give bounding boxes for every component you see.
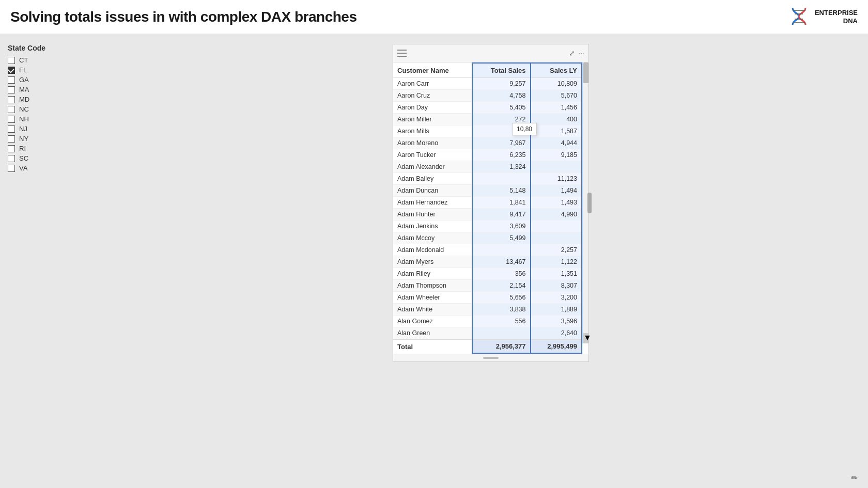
filter-item-ga[interactable]: GA	[8, 76, 106, 84]
table-row: Aaron Carr9,25710,809	[393, 78, 582, 90]
table-row: Adam Thompson2,1548,307	[393, 280, 582, 292]
drag-line-1	[397, 50, 407, 51]
table-row: Adam Hunter9,4174,990	[393, 209, 582, 221]
scrollbar-bottom-arrow[interactable]: ▼	[583, 333, 588, 343]
cell-customer-name: Adam White	[393, 304, 472, 316]
filter-checkbox-sc[interactable]	[8, 155, 15, 162]
page-title: Solving totals issues in with complex DA…	[10, 9, 357, 25]
cell-customer-name: Adam Jenkins	[393, 221, 472, 232]
filter-checkbox-nc[interactable]	[8, 106, 15, 113]
filter-label-ct: CT	[19, 56, 28, 64]
cell-total-sales: 556	[472, 316, 530, 327]
cell-sales-ly: 1,122	[531, 256, 582, 268]
table-row: Adam Wheeler5,6563,200	[393, 292, 582, 304]
cell-total-sales: 336	[472, 125, 530, 137]
filter-label-md: MD	[19, 96, 29, 103]
filter-checkbox-va[interactable]	[8, 165, 15, 172]
table-row: Aaron Miller272400	[393, 114, 582, 125]
table-row: Aaron Cruz4,7585,670	[393, 90, 582, 102]
right-resize-handle[interactable]	[587, 193, 592, 213]
filter-item-nh[interactable]: NH	[8, 115, 106, 123]
logo-text: ENTERPRISEDNA	[815, 9, 858, 25]
cell-sales-ly: 10,809	[531, 78, 582, 90]
filter-item-ma[interactable]: MA	[8, 86, 106, 93]
data-table: Customer Name Total Sales Sales LY Aaron…	[393, 62, 582, 354]
table-row: Aaron Day5,4051,456	[393, 102, 582, 114]
footer-label: Total	[393, 339, 472, 353]
cell-customer-name: Adam Mcdonald	[393, 244, 472, 256]
table-header-row: Customer Name Total Sales Sales LY	[393, 63, 582, 78]
edit-icon[interactable]: ✏	[851, 473, 858, 483]
logo-area: ENTERPRISEDNA	[787, 5, 858, 28]
filter-label-ga: GA	[19, 76, 29, 84]
filter-item-fl[interactable]: FL	[8, 66, 106, 74]
dna-logo-icon	[787, 5, 811, 28]
filter-item-ct[interactable]: CT	[8, 56, 106, 64]
cell-customer-name: Adam Hernandez	[393, 197, 472, 209]
filter-label-ma: MA	[19, 86, 29, 93]
cell-sales-ly: 2,640	[531, 327, 582, 340]
table-body: Aaron Carr9,25710,809Aaron Cruz4,7585,67…	[393, 78, 582, 340]
filter-checkbox-ma[interactable]	[8, 86, 15, 93]
filter-checkbox-ga[interactable]	[8, 76, 15, 84]
filter-checkbox-nj[interactable]	[8, 125, 15, 133]
filter-checkbox-ri[interactable]	[8, 145, 15, 152]
cell-total-sales: 7,967	[472, 137, 530, 149]
main-table-area: ⤢ ··· ▼ Customer Name Total Sales Sales …	[114, 34, 868, 488]
expand-icon[interactable]: ⤢	[569, 49, 575, 57]
drag-handle[interactable]	[397, 49, 407, 57]
cell-customer-name: Aaron Tucker	[393, 149, 472, 161]
resize-handle[interactable]	[483, 357, 499, 359]
filter-item-nc[interactable]: NC	[8, 105, 106, 113]
cell-customer-name: Aaron Moreno	[393, 137, 472, 149]
cell-customer-name: Aaron Mills	[393, 125, 472, 137]
cell-sales-ly: 1,351	[531, 268, 582, 280]
filter-item-ny[interactable]: NY	[8, 135, 106, 143]
cell-customer-name: Aaron Cruz	[393, 90, 472, 102]
cell-total-sales	[472, 173, 530, 185]
footer-total-sales: 2,956,377	[472, 339, 530, 353]
cell-total-sales: 5,148	[472, 185, 530, 197]
more-options-icon[interactable]: ···	[578, 49, 584, 57]
filter-label-nj: NJ	[19, 125, 27, 133]
table-row: Adam Bailey11,123	[393, 173, 582, 185]
cell-total-sales: 3,838	[472, 304, 530, 316]
cell-sales-ly: 11,123	[531, 173, 582, 185]
col-sales-ly[interactable]: Sales LY	[531, 63, 582, 78]
filter-item-ri[interactable]: RI	[8, 145, 106, 152]
cell-customer-name: Adam Alexander	[393, 161, 472, 173]
filter-item-va[interactable]: VA	[8, 164, 106, 172]
cell-total-sales: 13,467	[472, 256, 530, 268]
cell-sales-ly: 3,596	[531, 316, 582, 327]
filter-checkbox-nh[interactable]	[8, 116, 15, 123]
filter-item-sc[interactable]: SC	[8, 154, 106, 162]
filter-label-sc: SC	[19, 154, 28, 162]
cell-total-sales: 356	[472, 268, 530, 280]
table-row: Adam Hernandez1,8411,493	[393, 197, 582, 209]
cell-total-sales: 2,154	[472, 280, 530, 292]
cell-total-sales: 5,405	[472, 102, 530, 114]
filter-item-nj[interactable]: NJ	[8, 125, 106, 133]
state-code-filter-label: State Code	[8, 44, 106, 52]
filter-checkbox-ny[interactable]	[8, 135, 15, 143]
col-customer-name[interactable]: Customer Name	[393, 63, 472, 78]
cell-total-sales: 4,758	[472, 90, 530, 102]
filter-checkbox-ct[interactable]	[8, 57, 15, 64]
table-topbar: ⤢ ···	[393, 44, 588, 62]
cell-total-sales: 3,609	[472, 221, 530, 232]
table-row: Aaron Moreno7,9674,944	[393, 137, 582, 149]
table-bottombar[interactable]	[393, 354, 588, 361]
filter-label-ny: NY	[19, 135, 28, 143]
filter-checkbox-md[interactable]	[8, 96, 15, 103]
filter-item-md[interactable]: MD	[8, 96, 106, 103]
table-row: Aaron Mills3361,587	[393, 125, 582, 137]
cell-customer-name: Adam Wheeler	[393, 292, 472, 304]
cell-sales-ly: 2,257	[531, 244, 582, 256]
filter-items-list: CTFLGAMAMDNCNHNJNYRISCVA	[8, 56, 106, 172]
table-row: Adam Myers13,4671,122	[393, 256, 582, 268]
table-row: Adam Riley3561,351	[393, 268, 582, 280]
filter-checkbox-fl[interactable]	[8, 67, 15, 74]
cell-total-sales: 6,235	[472, 149, 530, 161]
col-total-sales[interactable]: Total Sales	[472, 63, 530, 78]
scrollbar-thumb[interactable]	[583, 62, 588, 83]
